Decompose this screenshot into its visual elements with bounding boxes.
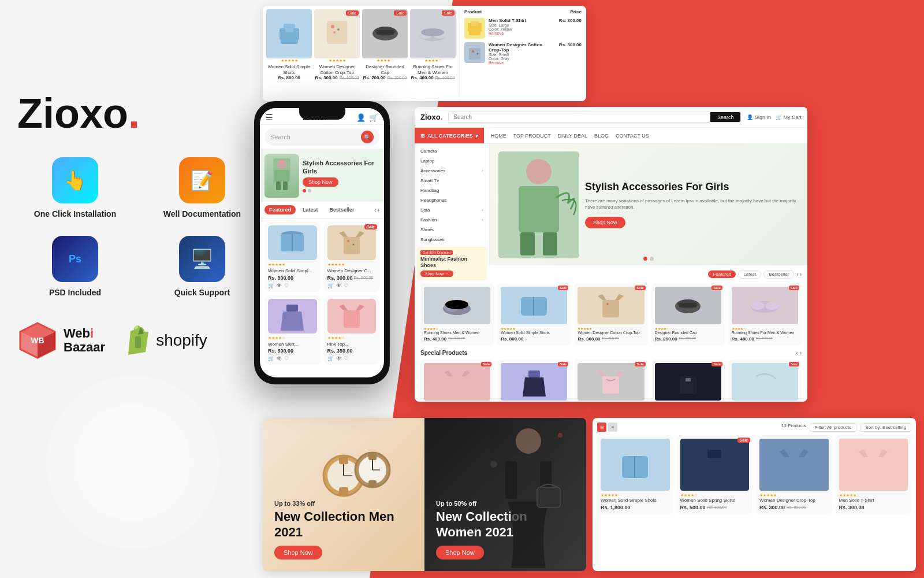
phone-product-img-3 xyxy=(327,299,377,334)
br-sort-by[interactable]: Sort by: Best selling xyxy=(860,423,911,432)
br-prod-name-0: Women Solid Simple Shots xyxy=(601,498,670,503)
svg-point-81 xyxy=(490,461,497,468)
nav-link-blog[interactable]: BLOG xyxy=(594,133,609,139)
desktop-special-arrows: ‹ › xyxy=(796,350,802,356)
menu-sunglasses[interactable]: Sunglasses xyxy=(415,235,489,244)
desk-prod-img-cap xyxy=(655,287,721,324)
phone-wishlist-icon-3[interactable]: ♡ xyxy=(344,355,348,361)
desktop-prev-arrow[interactable]: ‹ xyxy=(796,271,798,277)
phone-search-button[interactable]: 🔍 xyxy=(361,131,374,143)
phone-banner-image xyxy=(264,154,299,198)
phone-cart-add-icon-1[interactable]: 🛒 xyxy=(327,283,334,288)
phone-prod-stars-0: ★★★★★ xyxy=(268,262,317,267)
phone-cart-icon[interactable]: 🛒 xyxy=(369,113,378,122)
phone-tab-bestseller[interactable]: Bestseller xyxy=(325,205,359,214)
br-prod-name-1: Women Solid Spring Skirts xyxy=(680,498,750,503)
desktop-hero-dots xyxy=(643,257,654,261)
cart-item-info-0: Men Solid T-Shirt Size: Large Color: Yel… xyxy=(489,18,556,35)
cart-item-remove-1[interactable]: Remove xyxy=(489,61,556,65)
top-product-img-2: Sale xyxy=(362,9,408,58)
menu-shoes[interactable]: Shoes xyxy=(415,225,489,235)
desktop-search-input[interactable] xyxy=(449,112,710,122)
phone-prod-actions-2: 🛒 👁 ♡ xyxy=(268,355,317,361)
desktop-promotion-card: Get 30% Discount Minimalist Fashion Shoe… xyxy=(417,247,487,280)
desk-prod-shoes: Sale ★★★★☆ Running Shoes For Men & Women… xyxy=(728,283,802,345)
webi-cube-icon: WB xyxy=(17,320,58,361)
phone-wishlist-icon-1[interactable]: ♡ xyxy=(344,283,348,288)
phone-dot-2 xyxy=(308,189,311,192)
br-grid-view-icon[interactable]: ⊞ xyxy=(597,423,606,432)
br-list-view-icon[interactable]: ≡ xyxy=(608,423,617,432)
desktop-shop-now-button[interactable]: Shop Now xyxy=(585,217,625,228)
phone-cart-add-icon-2[interactable]: 🛒 xyxy=(268,355,274,361)
menu-laptop[interactable]: Laptop xyxy=(415,156,489,166)
menu-fashion[interactable]: Fashion › xyxy=(415,215,489,225)
phone-menu-icon[interactable]: ☰ xyxy=(266,113,273,122)
phone-cart-add-icon[interactable]: 🛒 xyxy=(268,283,274,288)
phone-view-icon[interactable]: 👁 xyxy=(277,283,282,288)
desktop-tab-bestseller[interactable]: Bestseller xyxy=(763,270,794,279)
svg-rect-60 xyxy=(602,376,619,394)
webi-text: Webi Bazaar xyxy=(64,327,105,354)
menu-sofa[interactable]: Sofa › xyxy=(415,205,489,215)
nav-link-daily-deal[interactable]: DAILY DEAL xyxy=(558,133,587,139)
menu-smart-tv[interactable]: Smart Tv xyxy=(415,176,489,186)
phone-wishlist-icon[interactable]: ♡ xyxy=(284,283,289,288)
documentation-label: Well Documentation xyxy=(163,209,241,218)
br-prod-name-2: Women Designer Crop-Top xyxy=(759,498,829,503)
phone-view-icon-2[interactable]: 👁 xyxy=(277,355,282,361)
menu-headphones[interactable]: Headphones xyxy=(415,195,489,205)
desk-prod-stars-shoes: ★★★★☆ xyxy=(732,327,798,331)
desk-sale-shorts: Sale xyxy=(558,286,568,290)
desk-prod-stars-crop-top: ★★★★★ xyxy=(578,327,644,331)
phone-shop-now-button[interactable]: Shop Now xyxy=(303,177,338,187)
phone-prod-name-1: Women Designer C... xyxy=(327,268,377,274)
menu-handbag[interactable]: Handbag xyxy=(415,186,489,195)
phone-user-icon[interactable]: 👤 xyxy=(356,113,366,122)
desktop-tab-arrows: ‹ › xyxy=(796,271,802,277)
menu-accessories[interactable]: Accessories › xyxy=(415,166,489,176)
desktop-next-arrow[interactable]: › xyxy=(800,271,802,277)
nav-link-top-product[interactable]: TOP PRODUCT xyxy=(513,133,551,139)
top-product-img-3: Sale xyxy=(410,9,456,58)
promo-shop-button[interactable]: Shop Now → xyxy=(420,271,453,277)
desktop-tab-latest[interactable]: Latest xyxy=(738,270,761,279)
phone-view-icon-3[interactable]: 👁 xyxy=(336,355,341,361)
desktop-tab-featured[interactable]: Featured xyxy=(708,271,736,278)
desktop-search-button[interactable]: Search xyxy=(710,112,741,122)
desktop-hero-image xyxy=(498,151,579,258)
top-product-name-2: Designer Rounded Cap xyxy=(362,64,408,75)
phone-prod-price-3: Rs. 350.00 xyxy=(327,348,377,354)
phone-cart-add-icon-3[interactable]: 🛒 xyxy=(327,355,334,361)
menu-camera[interactable]: Camera xyxy=(415,146,489,156)
br-filter-products[interactable]: Filter: All products xyxy=(810,423,857,432)
phone-wishlist-icon-2[interactable]: ♡ xyxy=(284,355,289,361)
all-categories-button[interactable]: ⊞ ALL CATEGORIES ▾ xyxy=(415,128,484,143)
cart-item-remove-0[interactable]: Remove xyxy=(489,31,556,35)
svg-rect-71 xyxy=(368,453,377,460)
women-banner-background xyxy=(424,418,586,571)
phone-prev-arrow[interactable]: ‹ xyxy=(374,207,376,213)
top-sale-2: Sale xyxy=(394,10,407,16)
desktop-cart-icon[interactable]: 🛒 My Cart xyxy=(776,114,802,120)
desktop-user-icon[interactable]: 👤 Sign In xyxy=(747,114,771,120)
desk-prod-orig-crop-top: Rs. 800.00 xyxy=(602,336,619,342)
desk-prod-orig-cap: Rs. 300.00 xyxy=(679,336,696,342)
phone-next-arrow[interactable]: › xyxy=(378,207,379,213)
desk-special-tshirt: Sale ★★★★☆ Man Solid T-Shirt xyxy=(420,360,494,402)
phone-product-card-2: ★★★★☆ Women Skirt... Rs. 500.00 🛒 👁 ♡ xyxy=(264,295,321,365)
nav-link-contact[interactable]: CONTACT US xyxy=(616,133,649,139)
svg-rect-42 xyxy=(519,186,559,232)
desk-prod-cap: Sale ★★★★☆ Designer Rounded Cap Rs. 200.… xyxy=(651,283,725,345)
phone-tab-featured[interactable]: Featured xyxy=(264,205,296,214)
special-next-arrow[interactable]: › xyxy=(800,350,802,356)
men-banner-background xyxy=(263,418,424,571)
nav-link-home[interactable]: HOME xyxy=(491,133,506,139)
special-prev-arrow[interactable]: ‹ xyxy=(796,350,798,356)
grid-icon: ⊞ xyxy=(420,133,425,139)
br-prod-price-2: Rs. 300.00 xyxy=(759,505,785,510)
phone-tab-latest[interactable]: Latest xyxy=(298,205,323,214)
top-product-stars-1: ★★★★★ xyxy=(329,58,346,63)
promo-badge: Get 30% Discount xyxy=(420,250,453,255)
phone-view-icon-1[interactable]: 👁 xyxy=(336,283,341,288)
